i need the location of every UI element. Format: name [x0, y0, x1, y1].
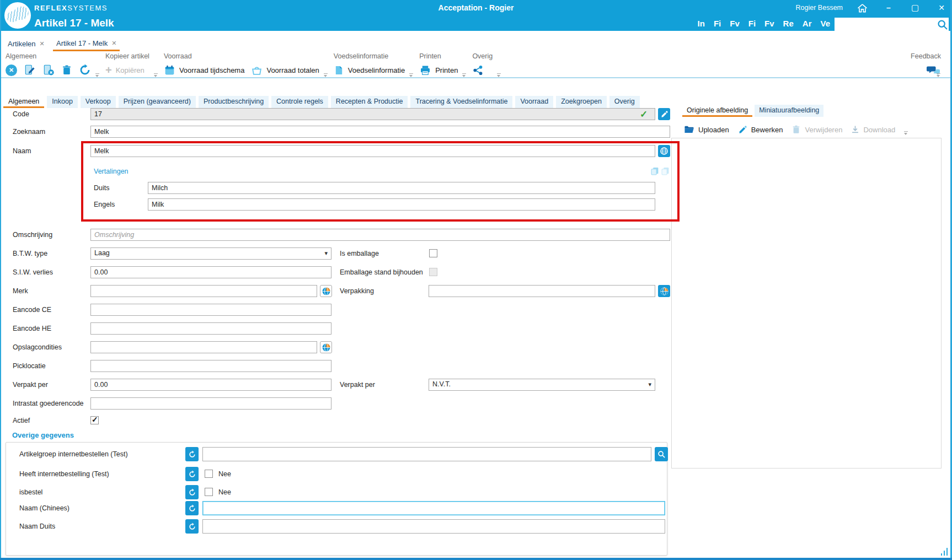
tab-recepten-productie[interactable]: Recepten & Productie [331, 96, 408, 108]
reset-field-button[interactable] [185, 485, 199, 499]
verpakt-per-eenheid-select[interactable]: N.V.T. [429, 379, 655, 391]
tab-prijzen-geavanceerd[interactable]: Prijzen (geavanceerd) [119, 96, 196, 108]
nav-shortcut[interactable]: Ve [820, 19, 830, 28]
voorraad-tijdschema-button[interactable]: Voorraad tijdschema [164, 64, 245, 76]
tab-verkoop[interactable]: Verkoop [81, 96, 116, 108]
tab-inkoop[interactable]: Inkoop [47, 96, 78, 108]
edit-cancel-icon[interactable] [42, 64, 55, 76]
intrastat-input[interactable] [90, 397, 331, 410]
naam-input[interactable] [90, 145, 655, 157]
search-icon[interactable] [937, 19, 949, 31]
lookup-button[interactable] [655, 447, 668, 461]
group-expand-icon[interactable] [937, 73, 941, 77]
global-search [835, 18, 949, 31]
custom-field-label: Artikelgroep internetbestellen (Test) [19, 447, 128, 461]
group-expand-icon[interactable] [95, 73, 100, 77]
code-input[interactable] [90, 108, 655, 120]
nav-shortcut[interactable]: Fi [714, 19, 721, 28]
nav-shortcut[interactable]: Ar [803, 19, 812, 28]
reset-field-button[interactable] [185, 519, 199, 534]
naam-translations-button[interactable] [658, 145, 670, 157]
group-expand-icon[interactable] [409, 73, 414, 77]
delete-icon[interactable] [61, 64, 72, 76]
merk-label: Merk [13, 285, 28, 297]
zoeknaam-input[interactable] [90, 126, 670, 138]
siw-verlies-input[interactable] [90, 266, 331, 278]
verpakking-translations-button[interactable] [658, 285, 670, 297]
merk-translations-button[interactable] [320, 285, 332, 297]
edit-record-icon[interactable] [24, 64, 36, 76]
nav-shortcut[interactable]: Fv [730, 19, 740, 28]
nav-shortcut[interactable]: Fv [764, 19, 774, 28]
minimize-button[interactable] [881, 1, 896, 14]
maximize-button[interactable] [908, 1, 922, 14]
edit-image-button[interactable]: Bewerken [738, 125, 783, 134]
omschrijving-input[interactable] [90, 229, 670, 241]
naam-chinees-input[interactable] [202, 501, 665, 515]
engels-input[interactable] [148, 198, 655, 211]
voorraad-totalen-button[interactable]: Voorraad totalen [251, 64, 319, 76]
tab-zoekgroepen[interactable]: Zoekgroepen [556, 96, 607, 108]
plus-icon: + [105, 65, 112, 75]
download-image-button[interactable]: Download [851, 125, 895, 134]
group-expand-icon[interactable] [462, 73, 467, 77]
tab-originele-afbeelding[interactable]: Originele afbeelding [682, 105, 752, 117]
toolbar-expand-icon[interactable] [904, 131, 908, 135]
nav-shortcut[interactable]: In [698, 19, 705, 28]
duits-input[interactable] [148, 182, 655, 194]
reset-field-button[interactable] [185, 467, 199, 481]
close-record-icon[interactable] [6, 64, 17, 76]
printen-button[interactable]: Printen [419, 64, 458, 76]
tab-voorraad[interactable]: Voorraad [515, 96, 553, 108]
group-expand-icon[interactable] [497, 73, 501, 77]
voedselinformatie-button[interactable]: Voedselinformatie [334, 64, 405, 76]
tab-tracering-voedselinformatie[interactable]: Tracering & Voedselinformatie [410, 96, 512, 108]
tab-overig[interactable]: Overig [609, 96, 640, 108]
close-tab-icon[interactable] [111, 40, 116, 47]
delete-image-button[interactable]: Verwijderen [791, 125, 842, 134]
btw-type-select[interactable]: Laag [90, 247, 331, 260]
close-window-button[interactable] [934, 1, 949, 14]
artikelgroep-internetbestellen-input[interactable] [202, 447, 651, 461]
image-preview-area[interactable] [671, 138, 942, 469]
is-emballage-checkbox[interactable] [429, 249, 437, 257]
upload-image-button[interactable]: Uploaden [684, 125, 729, 134]
reset-field-button[interactable] [185, 501, 199, 515]
picklocatie-input[interactable] [90, 360, 331, 372]
share-icon[interactable] [472, 64, 484, 76]
heeft-internetbestelling-checkbox[interactable] [205, 470, 213, 478]
eancode-he-input[interactable] [90, 322, 331, 335]
copy-article-button[interactable]: + Kopiëren [105, 65, 145, 75]
doc-tab-artikelen[interactable]: Artikelen [4, 36, 48, 51]
resize-grip[interactable] [940, 547, 948, 556]
actief-checkbox[interactable] [90, 416, 99, 424]
group-expand-icon[interactable] [154, 73, 158, 77]
isbestel-checkbox[interactable] [205, 488, 213, 496]
close-tab-icon[interactable] [40, 40, 45, 47]
reset-field-button[interactable] [185, 447, 199, 461]
tab-algemeen[interactable]: Algemeen [3, 96, 44, 108]
naam-duits-input[interactable] [202, 519, 665, 534]
voorraad-tijdschema-label: Voorraad tijdschema [179, 66, 245, 74]
verpakking-input[interactable] [429, 285, 655, 297]
paste-translation-icon[interactable] [661, 167, 670, 175]
opslagcondities-input[interactable] [90, 341, 317, 353]
edit-code-button[interactable] [658, 108, 670, 120]
vertalingen-link[interactable]: Vertalingen [94, 165, 129, 177]
copy-translation-icon[interactable] [651, 167, 659, 175]
tab-productbeschrijving[interactable]: Productbeschrijving [199, 96, 269, 108]
search-input[interactable] [835, 19, 937, 30]
code-label: Code [13, 108, 29, 120]
doc-tab-artikel-17[interactable]: Artikel 17 - Melk [53, 36, 120, 51]
merk-input[interactable] [90, 285, 317, 297]
eancode-ce-input[interactable] [90, 304, 331, 316]
opslagcondities-translations-button[interactable] [320, 341, 332, 353]
refresh-icon[interactable] [79, 64, 91, 76]
tab-controle-regels[interactable]: Controle regels [271, 96, 328, 108]
group-expand-icon[interactable] [324, 73, 328, 77]
home-button[interactable] [855, 1, 869, 14]
nav-shortcut[interactable]: Re [783, 19, 794, 28]
nav-shortcut[interactable]: Fi [748, 19, 756, 28]
verpakt-per-input[interactable] [90, 379, 331, 391]
tab-miniatuurafbeelding[interactable]: Miniatuurafbeelding [755, 105, 823, 117]
